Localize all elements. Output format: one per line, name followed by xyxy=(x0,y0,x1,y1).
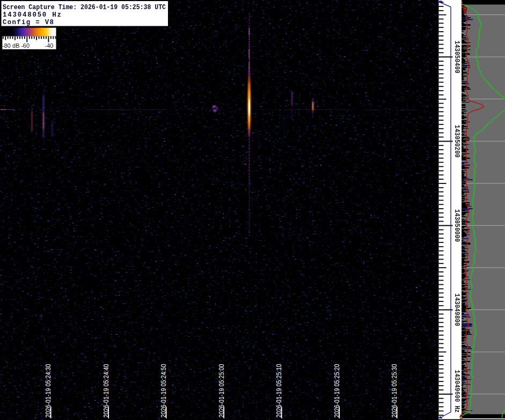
svg-text:143050000: 143050000 xyxy=(453,209,460,242)
svg-text:143049600 Hz: 143049600 Hz xyxy=(453,370,460,413)
svg-text:-60: -60 xyxy=(21,42,30,49)
svg-text:-40: -40 xyxy=(45,42,54,49)
svg-text:143050400: 143050400 xyxy=(453,41,460,73)
svg-text:Screen Capture Time: 2026-01-1: Screen Capture Time: 2026-01-19 05:25:38… xyxy=(3,4,166,11)
svg-text:143048050 Hz: 143048050 Hz xyxy=(3,11,61,19)
svg-text:143050200: 143050200 xyxy=(453,125,460,158)
svg-text:Config = V8: Config = V8 xyxy=(3,19,54,26)
svg-text:143049800: 143049800 xyxy=(453,293,460,326)
svg-text:-80 dB: -80 dB xyxy=(2,42,19,49)
